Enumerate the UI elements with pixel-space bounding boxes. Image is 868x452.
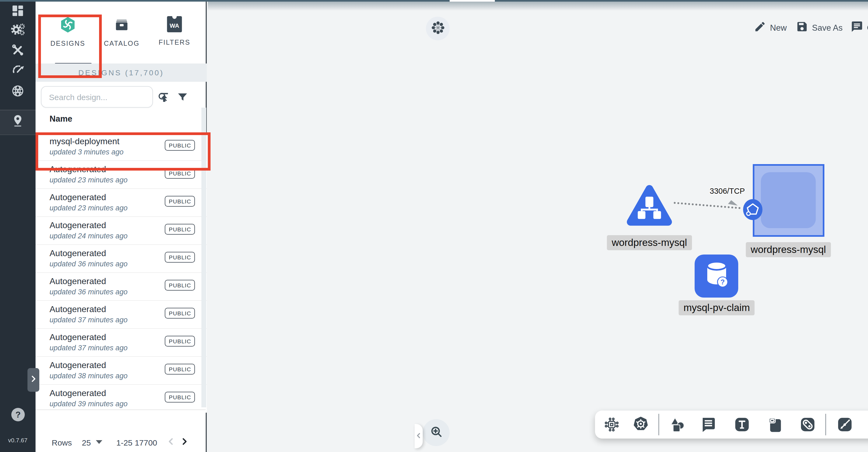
node-service-wordpress-mysql[interactable] — [625, 181, 674, 231]
design-name: Autogenerated — [50, 388, 106, 398]
sidebar-item-kanvas[interactable] — [0, 111, 35, 132]
sidebar-divider — [0, 134, 35, 135]
edge-port-label: 3306/TCP — [710, 187, 745, 195]
speedometer-icon — [11, 62, 25, 78]
sidebar-item-mesh[interactable] — [0, 81, 35, 103]
mesh-sync-button[interactable] — [426, 17, 450, 40]
visibility-badge: PUBLIC — [165, 168, 195, 179]
design-name: Autogenerated — [50, 277, 106, 286]
components-chip-icon[interactable] — [603, 416, 620, 433]
save-as-button[interactable]: Save As — [796, 21, 843, 35]
design-row[interactable]: Autogenerated updated 39 minutes ago PUB… — [35, 385, 207, 413]
design-canvas[interactable]: New Save As Comments Actions Share — [208, 0, 868, 452]
design-row[interactable]: Autogenerated updated 23 minutes ago PUB… — [35, 161, 207, 189]
tab-filters-label: FILTERS — [159, 39, 190, 46]
sidebar-item-configuration[interactable] — [0, 40, 35, 62]
design-row[interactable]: Autogenerated updated 37 minutes ago PUB… — [35, 301, 207, 329]
text-tool-icon[interactable] — [733, 416, 751, 433]
design-row[interactable]: Autogenerated updated 24 minutes ago PUB… — [35, 217, 207, 245]
visibility-badge: PUBLIC — [165, 224, 195, 235]
dock-divider — [658, 414, 659, 435]
design-updated: updated 24 minutes ago — [50, 232, 128, 240]
visibility-badge: PUBLIC — [165, 392, 195, 402]
column-header-name: Name — [50, 114, 72, 124]
design-search — [41, 86, 153, 108]
tab-designs[interactable]: DESIGNS — [42, 16, 94, 70]
design-row[interactable]: Autogenerated updated 38 minutes ago PUB… — [35, 357, 207, 385]
pencil-icon — [754, 21, 766, 35]
design-updated: updated 39 minutes ago — [50, 400, 128, 408]
chevron-left-icon — [415, 431, 422, 441]
publish-upload-icon[interactable] — [157, 90, 171, 104]
svg-text:WA: WA — [169, 22, 179, 29]
next-page-button[interactable] — [180, 437, 189, 448]
panel-scrollbar-track — [202, 108, 206, 407]
sidebar-item-lifecycle[interactable] — [0, 20, 35, 41]
comments-label: Comments — [867, 23, 868, 33]
frame-shape-icon[interactable] — [766, 416, 783, 433]
canvas-dock — [595, 411, 868, 439]
filter-funnel-icon[interactable] — [176, 90, 190, 104]
kubernetes-icon[interactable] — [632, 416, 649, 433]
tab-filters[interactable]: WA FILTERS — [149, 16, 200, 70]
mesh-globe-icon — [11, 84, 25, 100]
chevron-down-icon[interactable] — [96, 440, 102, 444]
designs-list: mysql-deployment updated 3 minutes ago P… — [35, 133, 207, 413]
design-updated: updated 23 minutes ago — [50, 204, 128, 212]
pagination-range: 1-25 17700 — [116, 438, 157, 447]
design-name: Autogenerated — [50, 332, 106, 342]
design-updated: updated 3 minutes ago — [50, 148, 124, 156]
comments-button[interactable]: Comments — [851, 21, 868, 35]
design-name: Autogenerated — [50, 165, 106, 174]
draw-edge-icon[interactable] — [836, 416, 854, 433]
port-endpoint-icon[interactable] — [743, 199, 763, 221]
node-pvc-mysql-pv-claim[interactable]: ? — [694, 255, 738, 297]
section-header: DESIGNS (17,700) — [35, 64, 207, 82]
zoom-in-button[interactable] — [423, 419, 450, 446]
design-row[interactable]: mysql-deployment updated 3 minutes ago P… — [35, 133, 207, 161]
catalog-archive-icon — [113, 16, 130, 35]
help-button[interactable]: ? — [11, 408, 25, 421]
dashboard-icon — [11, 4, 25, 20]
tab-catalog[interactable]: CATALOG — [96, 16, 148, 70]
pagination-footer: Rows 25 1-25 17700 — [35, 410, 206, 452]
design-row[interactable]: Autogenerated updated 37 minutes ago PUB… — [35, 329, 207, 357]
collapse-panel-handle[interactable] — [414, 424, 423, 448]
visibility-badge: PUBLIC — [165, 196, 195, 206]
node-label-pvc: mysql-pv-claim — [679, 300, 755, 315]
search-input[interactable] — [48, 92, 157, 102]
link-tool-icon[interactable] — [799, 416, 816, 433]
new-design-label: New — [770, 23, 787, 33]
magnifier-plus-icon — [429, 425, 443, 441]
tab-designs-label: DESIGNS — [50, 40, 85, 47]
save-as-label: Save As — [812, 23, 843, 33]
rows-per-page-select[interactable]: 25 — [82, 438, 91, 447]
node-label-service: wordpress-mysql — [607, 235, 692, 250]
node-label-deployment: wordpress-mysql — [746, 242, 831, 257]
canvas-top-gradient — [208, 2, 868, 11]
new-design-button[interactable]: New — [754, 21, 787, 35]
shapes-icon[interactable] — [668, 416, 685, 433]
design-name: Autogenerated — [50, 304, 106, 314]
gears-icon — [10, 22, 26, 40]
sidebar-divider — [0, 110, 35, 110]
location-pin-icon — [11, 114, 25, 130]
sidebar-item-dashboard[interactable] — [0, 1, 35, 23]
notes-comment-icon[interactable] — [700, 416, 717, 433]
expand-sidebar-handle[interactable] — [27, 368, 39, 392]
save-floppy-icon — [796, 21, 808, 35]
design-name: Autogenerated — [50, 360, 106, 370]
design-row[interactable]: Autogenerated updated 36 minutes ago PUB… — [35, 245, 207, 273]
tools-icon — [11, 43, 25, 59]
visibility-badge: PUBLIC — [165, 252, 195, 263]
section-header-label: DESIGNS (17,700) — [79, 68, 164, 77]
previous-page-button[interactable] — [166, 437, 176, 448]
rows-label: Rows — [52, 438, 72, 447]
design-row[interactable]: Autogenerated updated 23 minutes ago PUB… — [35, 189, 207, 217]
design-name: mysql-deployment — [50, 137, 120, 147]
visibility-badge: PUBLIC — [165, 336, 195, 347]
sidebar-item-performance[interactable] — [0, 60, 35, 81]
node-deployment-wordpress-mysql[interactable] — [753, 164, 825, 237]
design-row[interactable]: Autogenerated updated 36 minutes ago PUB… — [35, 273, 207, 301]
storage-cylinder-icon: ? — [704, 260, 730, 292]
